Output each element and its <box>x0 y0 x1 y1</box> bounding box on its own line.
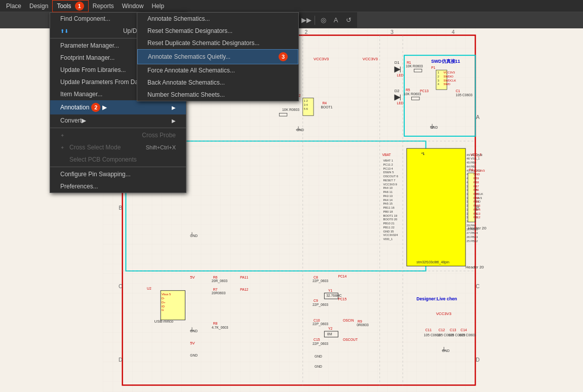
svg-text:22P_0603: 22P_0603 <box>313 322 328 326</box>
menu-back-annotate[interactable]: Back Annotate Schematics... <box>137 76 298 89</box>
menu-reset-duplicate[interactable]: Reset Duplicate Schematic Designators... <box>137 37 298 49</box>
menubar: Place Design Tools 1 Reports Window Help <box>0 0 583 12</box>
svg-text:GND: GND <box>442 349 450 352</box>
svg-text:C10: C10 <box>314 319 320 322</box>
svg-text:stm32f103c8t6_48pin: stm32f103c8t6_48pin <box>416 260 449 264</box>
svg-text:RESET    7: RESET 7 <box>383 179 395 182</box>
svg-text:45  PB0: 45 PB0 <box>467 161 476 164</box>
sep2 <box>50 128 186 128</box>
svg-text:D1: D1 <box>395 60 400 65</box>
svg-text:22P_0603: 22P_0603 <box>313 303 328 307</box>
svg-text:GND: GND <box>190 329 198 333</box>
menu-annotation[interactable]: Annotation 2 ▶ <box>50 100 186 114</box>
svg-text:D: D <box>476 357 480 363</box>
toolbar-forward[interactable]: ▶▶ <box>301 15 312 26</box>
svg-text:Header 20: Header 20 <box>468 226 486 230</box>
svg-text:27  PB14: 27 PB14 <box>467 231 478 234</box>
svg-text:PC15: PC15 <box>338 297 346 301</box>
svg-text:C8: C8 <box>314 276 318 279</box>
menu-preferences[interactable]: Preferences... <box>50 180 186 192</box>
svg-text:PC13     4: PC13 4 <box>383 167 393 170</box>
svg-text:20R0603: 20R0603 <box>212 291 226 295</box>
svg-text:PA4     14: PA4 14 <box>383 199 393 202</box>
svg-text:C9: C9 <box>314 299 318 302</box>
svg-text:PA13: PA13 <box>474 212 481 215</box>
svg-text:VDD_1: VDD_1 <box>383 238 393 241</box>
svg-text:R8: R8 <box>213 322 218 325</box>
svg-text:PB8: PB8 <box>474 181 479 184</box>
svg-text:U2: U2 <box>147 287 151 290</box>
quietly-step-badge: 3 <box>279 52 288 61</box>
svg-text:R9: R9 <box>358 320 362 323</box>
svg-text:B: B <box>119 205 122 211</box>
svg-text:1  2: 1 2 <box>304 99 308 102</box>
svg-text:PB11    16: PB11 16 <box>383 206 394 209</box>
svg-text:8M: 8M <box>327 332 332 336</box>
svg-text:5  6: 5 6 <box>304 107 308 110</box>
svg-text:SWDCLK: SWDCLK <box>443 79 456 82</box>
svg-text:R4: R4 <box>322 101 327 105</box>
svg-text:PB9: PB9 <box>474 177 479 180</box>
svg-text:5V: 5V <box>190 341 195 345</box>
svg-text:P4: P4 <box>469 168 474 172</box>
menu-design[interactable]: Design <box>25 2 52 11</box>
menu-window[interactable]: Window <box>118 2 148 11</box>
menu-reports[interactable]: Reports <box>89 2 118 11</box>
svg-text:VBAT: VBAT <box>382 153 391 156</box>
svg-text:PA15: PA15 <box>474 204 481 207</box>
menu-annotate-schematics[interactable]: Annotate Schematics... <box>137 13 298 25</box>
svg-text:PB0     18: PB0 18 <box>383 210 393 213</box>
menu-tools[interactable]: Tools 1 <box>52 0 88 12</box>
svg-text:R1: R1 <box>407 61 411 64</box>
svg-text:GND: GND <box>296 128 304 132</box>
svg-text:D: D <box>119 357 123 363</box>
svg-text:PB10    21: PB10 21 <box>383 222 394 225</box>
menu-place[interactable]: Place <box>2 2 25 11</box>
svg-text:C: C <box>119 283 123 289</box>
menu-annotate-quietly[interactable]: Annotate Schematics Quietly... 3 <box>137 49 298 64</box>
svg-text:3  4: 3 4 <box>304 103 308 106</box>
svg-text:LED: LED <box>397 73 404 77</box>
svg-text:PA12: PA12 <box>240 288 248 291</box>
svg-text:PA6     11: PA6 11 <box>383 190 393 193</box>
svg-text:22P_0603: 22P_0603 <box>313 342 328 346</box>
svg-text:BOOT1: BOOT1 <box>321 105 333 109</box>
toolbar-text[interactable]: A <box>330 15 341 26</box>
svg-text:0R0603: 0R0603 <box>357 323 369 327</box>
svg-text:PA14: PA14 <box>474 208 481 211</box>
svg-text:20R_0603: 20R_0603 <box>212 279 227 283</box>
menu-configure-pin[interactable]: Configure Pin Swapping... <box>50 168 186 180</box>
svg-text:OSCIN: OSCIN <box>343 319 354 322</box>
svg-text:GND: GND <box>190 354 198 357</box>
toolbar-circle[interactable]: ◎ <box>318 15 329 26</box>
svg-text:C15: C15 <box>314 338 320 341</box>
svg-text:GND: GND <box>474 173 480 176</box>
svg-text:10K R0603: 10K R0603 <box>406 64 423 68</box>
svg-text:*1: *1 <box>421 152 425 155</box>
svg-text:C11: C11 <box>425 328 432 332</box>
svg-text:Header 20: Header 20 <box>465 265 484 269</box>
menu-reset-designators[interactable]: Reset Schematic Designators... <box>137 25 298 37</box>
svg-text:C13: C13 <box>450 328 456 332</box>
toolbar-undo[interactable]: ↺ <box>343 15 354 26</box>
menu-number-sheets[interactable]: Number Schematic Sheets... <box>137 89 298 101</box>
svg-text:GND: GND <box>315 365 322 368</box>
annotation-submenu: Annotate Schematics... Reset Schematic D… <box>137 12 299 101</box>
menu-help[interactable]: Help <box>147 2 168 11</box>
svg-text:VCC3V3: VCC3V3 <box>314 57 329 61</box>
svg-text:R7: R7 <box>213 288 218 291</box>
svg-text:VCC3V3: VCC3V3 <box>436 311 451 316</box>
svg-text:GND     35: GND 35 <box>383 230 394 233</box>
svg-text:Y1: Y1 <box>328 289 333 292</box>
menu-convert[interactable]: Convert ▶ <box>50 114 186 127</box>
svg-text:DSEN     5: DSEN 5 <box>383 171 394 174</box>
svg-text:GND: GND <box>315 355 322 358</box>
svg-text:G: G <box>162 308 164 311</box>
svg-text:OSCOUT 6: OSCOUT 6 <box>383 175 398 178</box>
svg-text:10K R0603: 10K R0603 <box>404 92 421 96</box>
svg-text:105 C0603: 105 C0603 <box>459 333 476 337</box>
svg-text:P1: P1 <box>431 66 436 69</box>
svg-text:C12: C12 <box>439 328 445 332</box>
menu-force-annotate[interactable]: Force Annotate All Schematics... <box>137 64 298 76</box>
tools-step-badge: 1 <box>75 2 84 11</box>
